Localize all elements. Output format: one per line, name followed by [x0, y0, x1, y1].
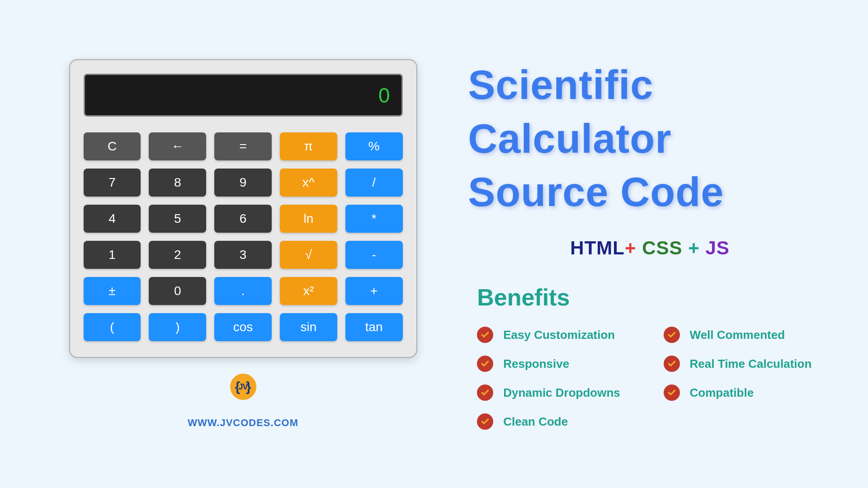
- tech-css: CSS: [642, 237, 688, 258]
- page-container: 0 C←=π%789x^/456ln*123√-±0.x²+()cossinta…: [0, 0, 868, 488]
- benefit-item: Clean Code: [477, 413, 645, 430]
- key-[interactable]: .: [214, 277, 272, 305]
- key-[interactable]: ±: [84, 277, 141, 305]
- key-[interactable]: %: [345, 132, 403, 160]
- key-[interactable]: ): [149, 313, 206, 341]
- key-8[interactable]: 8: [149, 169, 206, 197]
- benefit-item: Dynamic Dropdowns: [477, 385, 645, 401]
- title-line-3: Source Code: [468, 165, 832, 219]
- benefits-grid: Easy CustomizationResponsiveDynamic Drop…: [477, 327, 832, 430]
- benefit-item: Responsive: [477, 356, 645, 372]
- tech-plus-1: +: [625, 237, 642, 258]
- key-2[interactable]: 2: [149, 241, 206, 269]
- right-column: Scientific Calculator Source Code HTML+ …: [450, 27, 832, 461]
- key-[interactable]: ←: [149, 132, 206, 160]
- title-line-1: Scientific: [468, 58, 832, 112]
- main-title: Scientific Calculator Source Code: [468, 58, 832, 219]
- check-icon: [664, 327, 680, 343]
- benefit-text: Compatible: [690, 386, 754, 400]
- tech-js: JS: [705, 237, 729, 258]
- check-icon: [477, 327, 493, 343]
- benefits-heading: Benefits: [477, 284, 832, 311]
- key-6[interactable]: 6: [214, 205, 272, 233]
- key-sin[interactable]: sin: [280, 313, 337, 341]
- key-[interactable]: =: [214, 132, 272, 160]
- key-cos[interactable]: cos: [214, 313, 272, 341]
- check-icon: [477, 356, 493, 372]
- key-7[interactable]: 7: [84, 169, 141, 197]
- key-ln[interactable]: ln: [280, 205, 337, 233]
- key-[interactable]: π: [280, 132, 337, 160]
- benefit-text: Well Commented: [690, 328, 785, 342]
- logo-text: JV: [239, 382, 248, 392]
- check-icon: [477, 413, 493, 430]
- tech-html: HTML: [570, 237, 625, 258]
- key-[interactable]: +: [345, 277, 403, 305]
- key-1[interactable]: 1: [84, 241, 141, 269]
- jvcodes-logo: JV: [230, 374, 256, 400]
- key-[interactable]: (: [84, 313, 141, 341]
- title-line-2: Calculator: [468, 112, 832, 166]
- key-[interactable]: -: [345, 241, 403, 269]
- display-value: 0: [378, 83, 390, 108]
- key-[interactable]: /: [345, 169, 403, 197]
- benefit-text: Dynamic Dropdowns: [503, 386, 620, 400]
- benefit-item: Well Commented: [664, 327, 832, 343]
- key-tan[interactable]: tan: [345, 313, 403, 341]
- key-4[interactable]: 4: [84, 205, 141, 233]
- calculator-keypad: C←=π%789x^/456ln*123√-±0.x²+()cossintan: [84, 132, 403, 341]
- calculator-display: 0: [84, 74, 403, 117]
- key-C[interactable]: C: [84, 132, 141, 160]
- benefit-item: Easy Customization: [477, 327, 645, 343]
- key-x[interactable]: x^: [280, 169, 337, 197]
- benefit-text: Real Time Calculation: [690, 357, 812, 371]
- key-5[interactable]: 5: [149, 205, 206, 233]
- benefits-column-right: Well CommentedReal Time CalculationCompa…: [664, 327, 832, 430]
- benefit-text: Easy Customization: [503, 328, 615, 342]
- key-[interactable]: *: [345, 205, 403, 233]
- left-column: 0 C←=π%789x^/456ln*123√-±0.x²+()cossinta…: [36, 27, 450, 461]
- benefit-text: Responsive: [503, 357, 569, 371]
- benefit-text: Clean Code: [503, 415, 568, 429]
- key-3[interactable]: 3: [214, 241, 272, 269]
- website-url: WWW.JVCODES.COM: [188, 417, 298, 429]
- calculator: 0 C←=π%789x^/456ln*123√-±0.x²+()cossinta…: [69, 59, 417, 358]
- check-icon: [664, 385, 680, 401]
- benefit-item: Compatible: [664, 385, 832, 401]
- tech-stack: HTML+ CSS + JS: [468, 237, 832, 259]
- check-icon: [477, 385, 493, 401]
- key-x[interactable]: x²: [280, 277, 337, 305]
- key-9[interactable]: 9: [214, 169, 272, 197]
- key-[interactable]: √: [280, 241, 337, 269]
- key-0[interactable]: 0: [149, 277, 206, 305]
- check-icon: [664, 356, 680, 372]
- benefits-column-left: Easy CustomizationResponsiveDynamic Drop…: [477, 327, 645, 430]
- tech-plus-2: +: [688, 237, 705, 258]
- benefit-item: Real Time Calculation: [664, 356, 832, 372]
